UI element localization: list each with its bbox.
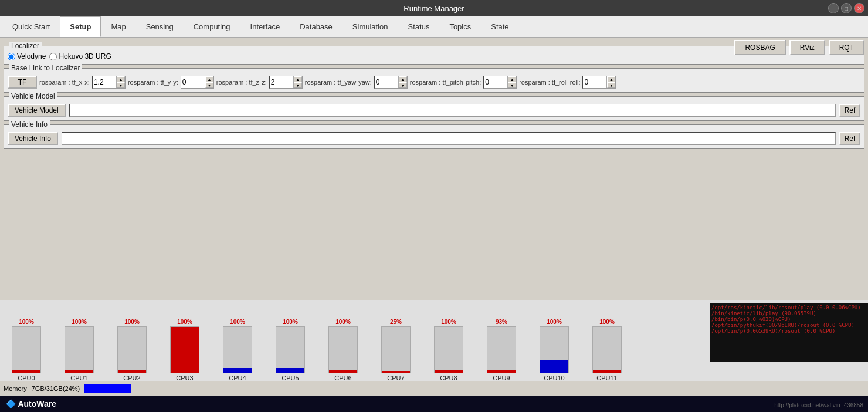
- cpu-container: 100%CPU0100%CPU1100%CPU2100%CPU3100%CPU4…: [0, 303, 710, 384]
- tab-map[interactable]: Map: [101, 16, 135, 37]
- cpu-col-cpu5: 100%CPU5: [264, 319, 317, 381]
- velodyne-radio[interactable]: Velodyne: [8, 52, 46, 60]
- cpu-name-cpu9: CPU9: [493, 374, 510, 381]
- y-input[interactable]: ▲ ▼: [181, 76, 214, 89]
- tab-simulation[interactable]: Simulation: [343, 16, 398, 37]
- vehicle-model-ref-button[interactable]: Ref: [839, 104, 860, 117]
- cpu-usage-cpu6: 100%: [335, 319, 351, 325]
- vehicle-info-ref-button[interactable]: Ref: [839, 132, 860, 145]
- cpu-usage-cpu3: 100%: [177, 319, 192, 325]
- maximize-button[interactable]: □: [841, 3, 852, 13]
- cpu-bar-cpu6: [329, 370, 357, 373]
- vehicle-info-button[interactable]: Vehicle Info: [8, 132, 58, 145]
- cpu-name-cpu10: CPU10: [544, 374, 564, 381]
- title-bar: Runtime Manager — □ ✕: [0, 0, 868, 16]
- vehicle-info-section: Vehicle Info Vehicle Info Ref: [4, 124, 864, 149]
- rosbag-button[interactable]: ROSBAG: [734, 40, 785, 55]
- main-content: Localizer Velodyne Hokuvo 3D URG Base Li…: [0, 38, 868, 300]
- cpu-bar-container-cpu3: [170, 326, 199, 373]
- cpu-bar-container-cpu0: [12, 326, 41, 373]
- cpu-col-cpu10: 100%CPU10: [528, 319, 581, 381]
- cpu-bar-container-cpu2: [117, 326, 147, 373]
- cpu-usage-cpu11: 100%: [599, 319, 615, 325]
- tab-setup[interactable]: Setup: [60, 16, 101, 37]
- cpu-name-cpu8: CPU8: [440, 374, 457, 381]
- bottom-area: 100%CPU0100%CPU1100%CPU2100%CPU3100%CPU4…: [0, 300, 868, 412]
- hokuvo-radio[interactable]: Hokuvo 3D URG: [49, 52, 111, 60]
- cpu-bar-container-cpu9: [487, 326, 516, 373]
- vehicle-info-input[interactable]: [62, 132, 836, 145]
- x-up[interactable]: ▲: [117, 76, 125, 82]
- x-down[interactable]: ▼: [117, 82, 125, 88]
- cpu-bar-cpu9: [487, 370, 516, 373]
- vehicle-info-label: Vehicle Info: [9, 120, 50, 129]
- cpu-usage-cpu9: 93%: [496, 319, 507, 325]
- cpu-bar-cpu0: [12, 370, 40, 373]
- close-button[interactable]: ✕: [854, 3, 864, 13]
- pitch-input[interactable]: ▲ ▼: [483, 76, 517, 89]
- tab-quick-start[interactable]: Quick Start: [2, 16, 60, 37]
- x-input[interactable]: ▲ ▼: [92, 76, 126, 89]
- cpu-col-cpu1: 100%CPU1: [53, 319, 106, 381]
- y-down[interactable]: ▼: [205, 82, 213, 88]
- baselink-section: Base Link to Localizer TF rosparam : tf_…: [4, 68, 864, 93]
- tab-database[interactable]: Database: [290, 16, 343, 37]
- rviz-button[interactable]: RViz: [789, 40, 825, 55]
- tab-computing[interactable]: Computing: [184, 16, 240, 37]
- nav-bar: Quick Start Setup Map Sensing Computing …: [0, 16, 868, 38]
- x-label: x:: [84, 79, 90, 86]
- cpu-bar-cpu3: [171, 327, 199, 373]
- cpu-col-cpu6: 100%CPU6: [317, 319, 369, 381]
- cpu-usage-cpu5: 100%: [283, 319, 298, 325]
- cpu-bar-cpu4: [223, 368, 252, 373]
- cpu-col-cpu11: 100%CPU11: [581, 319, 633, 381]
- tab-sensing[interactable]: Sensing: [136, 16, 184, 37]
- localizer-label: Localizer: [9, 42, 42, 50]
- tf-button[interactable]: TF: [8, 76, 37, 89]
- tab-interface[interactable]: Interface: [240, 16, 290, 37]
- pitch-down[interactable]: ▼: [508, 82, 516, 88]
- tab-topics[interactable]: Topics: [439, 16, 481, 37]
- cpu-bar-container-cpu4: [223, 326, 252, 373]
- z-up[interactable]: ▲: [294, 76, 302, 82]
- cpu-bar-cpu7: [382, 371, 410, 373]
- tab-status[interactable]: Status: [398, 16, 440, 37]
- cpu-bar-cpu11: [593, 370, 621, 373]
- z-input[interactable]: ▲ ▼: [269, 76, 303, 89]
- cpu-usage-cpu7: 25%: [390, 319, 402, 325]
- cpu-col-cpu0: 100%CPU0: [0, 319, 53, 381]
- memory-label: Memory: [4, 385, 27, 392]
- logo-text: 🔷 AutoWare: [6, 399, 56, 408]
- cpu-name-cpu5: CPU5: [282, 374, 299, 381]
- rqt-button[interactable]: RQT: [829, 40, 864, 55]
- cpu-bar-container-cpu10: [540, 326, 569, 373]
- roll-down[interactable]: ▼: [607, 82, 615, 88]
- vehicle-model-label: Vehicle Model: [9, 92, 57, 100]
- cpu-bar-container-cpu6: [328, 326, 358, 373]
- param-tfz-label: rosparam : tf_z: [216, 79, 259, 86]
- roll-input[interactable]: ▲ ▼: [582, 76, 616, 89]
- cpu-usage-cpu1: 100%: [72, 319, 87, 325]
- cpu-col-cpu7: 25%CPU7: [369, 319, 422, 381]
- tab-state[interactable]: State: [481, 16, 518, 37]
- status-url: http://plato.cid.net/wal.vin -436858: [774, 402, 863, 408]
- pitch-up[interactable]: ▲: [508, 76, 516, 82]
- vehicle-model-input[interactable]: [69, 104, 836, 117]
- cpu-name-cpu1: CPU1: [70, 374, 87, 381]
- yaw-input[interactable]: ▲ ▼: [374, 76, 408, 89]
- y-up[interactable]: ▲: [205, 76, 213, 82]
- cpu-usage-cpu0: 100%: [19, 319, 34, 325]
- cpu-monitor-area: 100%CPU0100%CPU1100%CPU2100%CPU3100%CPU4…: [0, 300, 868, 381]
- logo-bar: 🔷 AutoWare http://plato.cid.net/wal.vin …: [0, 396, 868, 412]
- roll-up[interactable]: ▲: [607, 76, 615, 82]
- cpu-bar-container-cpu8: [434, 326, 463, 373]
- cpu-bar-cpu1: [65, 370, 93, 373]
- z-down[interactable]: ▼: [294, 82, 302, 88]
- action-buttons: ROSBAG RViz RQT: [734, 40, 864, 55]
- yaw-down[interactable]: ▼: [399, 82, 407, 88]
- yaw-up[interactable]: ▲: [399, 76, 407, 82]
- app-title: Runtime Manager: [404, 4, 464, 13]
- vehicle-model-button[interactable]: Vehicle Model: [8, 104, 66, 117]
- velodyne-label: Velodyne: [17, 52, 46, 60]
- minimize-button[interactable]: —: [828, 3, 839, 13]
